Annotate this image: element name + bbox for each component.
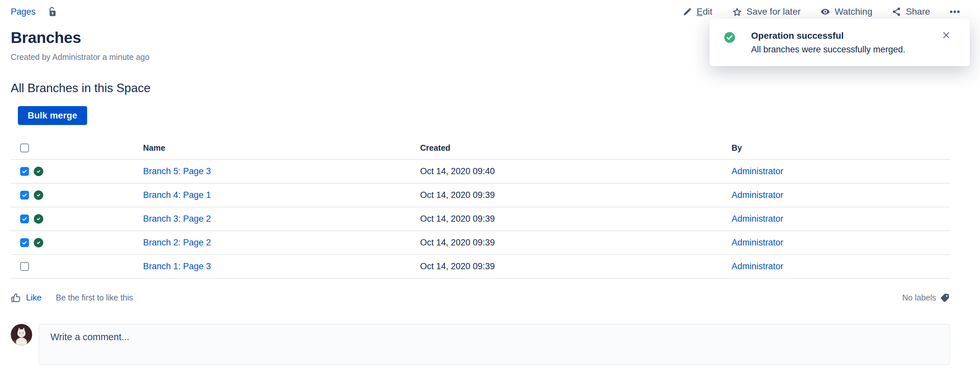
select-all-checkbox[interactable] — [20, 144, 29, 152]
watching-button[interactable]: Watching — [820, 6, 872, 17]
row-checkbox[interactable] — [20, 191, 29, 199]
table-row: Branch 5: Page 3Oct 14, 2020 09:40Admini… — [11, 160, 950, 183]
created-cell: Oct 14, 2020 09:39 — [420, 214, 495, 223]
unlock-icon[interactable] — [47, 6, 58, 17]
table-header-row: Name Created By — [11, 143, 950, 160]
table-row: Branch 4: Page 1Oct 14, 2020 09:39Admini… — [11, 183, 950, 207]
page-actions: Edit Save for later Watching Share ••• — [682, 6, 961, 17]
row-checkbox[interactable] — [20, 167, 29, 176]
more-icon: ••• — [950, 7, 961, 17]
branches-table: Name Created By Branch 5: Page 3Oct 14, … — [11, 143, 950, 279]
edit-label: Edit — [697, 6, 712, 17]
no-labels-text: No labels — [902, 293, 936, 302]
merged-check-icon — [34, 190, 43, 200]
column-header-created: Created — [420, 143, 732, 160]
row-checkbox[interactable] — [20, 238, 29, 247]
table-row: Branch 1: Page 3Oct 14, 2020 09:39Admini… — [11, 255, 950, 278]
like-hint: Be the first to like this — [56, 293, 133, 302]
row-checkbox[interactable] — [20, 214, 29, 223]
by-link[interactable]: Administrator — [732, 238, 783, 247]
created-cell: Oct 14, 2020 09:39 — [420, 238, 495, 247]
toast-close-button[interactable] — [942, 31, 950, 40]
by-link[interactable]: Administrator — [732, 166, 783, 176]
by-link[interactable]: Administrator — [732, 214, 783, 223]
share-icon — [892, 7, 902, 17]
success-toast: Operation successful All branches were s… — [710, 19, 970, 66]
like-button[interactable]: Like — [26, 293, 41, 303]
branch-link[interactable]: Branch 5: Page 3 — [143, 166, 211, 176]
toast-message: All branches were successfully merged. — [751, 44, 942, 55]
watching-label: Watching — [835, 6, 872, 17]
tag-icon[interactable] — [940, 293, 950, 303]
comment-input[interactable] — [39, 324, 950, 364]
section-heading: All Branches in this Space — [11, 81, 950, 95]
column-header-name: Name — [143, 143, 420, 160]
success-check-icon — [724, 32, 735, 43]
created-cell: Oct 14, 2020 09:40 — [420, 166, 495, 176]
branch-link[interactable]: Branch 3: Page 2 — [143, 214, 211, 223]
comment-box — [39, 324, 950, 365]
branch-link[interactable]: Branch 1: Page 3 — [143, 262, 211, 271]
bulk-merge-button[interactable]: Bulk merge — [18, 106, 87, 125]
labels-section: No labels — [902, 293, 950, 303]
table-row: Branch 2: Page 2Oct 14, 2020 09:39Admini… — [11, 231, 950, 255]
branches-table-body: Branch 5: Page 3Oct 14, 2020 09:40Admini… — [11, 160, 950, 278]
branch-link[interactable]: Branch 4: Page 1 — [143, 190, 211, 200]
by-link[interactable]: Administrator — [732, 190, 783, 200]
save-for-later-button[interactable]: Save for later — [732, 6, 801, 17]
column-header-by: By — [732, 143, 950, 160]
like-section: Like Be the first to like this — [11, 292, 133, 303]
toast-text: Operation successful All branches were s… — [751, 30, 942, 55]
avatar[interactable] — [11, 324, 32, 345]
breadcrumb-pages-link[interactable]: Pages — [11, 7, 36, 17]
merged-check-icon — [34, 167, 43, 176]
thumbs-up-icon[interactable] — [11, 292, 21, 303]
merged-check-icon — [34, 238, 43, 247]
share-button[interactable]: Share — [892, 6, 930, 17]
page-meta-row: Like Be the first to like this No labels — [11, 292, 950, 303]
by-link[interactable]: Administrator — [732, 262, 783, 271]
branch-link[interactable]: Branch 2: Page 2 — [143, 238, 211, 247]
created-cell: Oct 14, 2020 09:39 — [420, 190, 495, 200]
edit-button[interactable]: Edit — [682, 6, 712, 17]
close-icon — [942, 31, 950, 39]
toast-title: Operation successful — [751, 30, 942, 41]
save-for-later-label: Save for later — [746, 6, 801, 17]
pencil-icon — [682, 7, 692, 17]
breadcrumb: Pages — [11, 6, 58, 17]
table-row: Branch 3: Page 2Oct 14, 2020 09:39Admini… — [11, 207, 950, 231]
comment-section — [11, 324, 950, 365]
merged-check-icon — [34, 214, 43, 223]
more-button[interactable]: ••• — [950, 7, 961, 17]
main-content: Branches Created by Administrator a minu… — [0, 29, 980, 365]
star-icon — [732, 6, 742, 17]
created-cell: Oct 14, 2020 09:39 — [420, 262, 495, 271]
eye-icon — [820, 6, 830, 17]
share-label: Share — [906, 6, 930, 17]
row-checkbox[interactable] — [20, 262, 29, 271]
top-bar: Pages Edit Save for later Watching — [0, 0, 980, 17]
